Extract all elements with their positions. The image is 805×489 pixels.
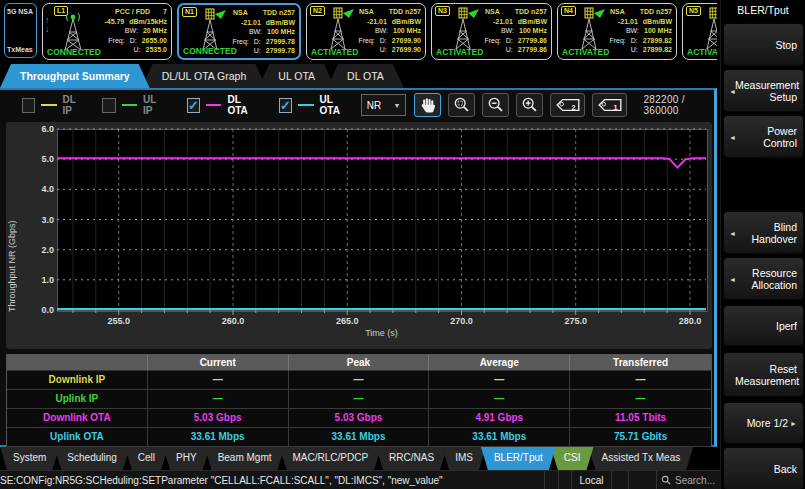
- x-tick-label: 260.0: [211, 316, 255, 326]
- ul-label: U:: [134, 45, 141, 55]
- instrument-screen: 5G NSA TxMeas L1 ↑↓ CONNECTED PCC / FDD7…: [0, 0, 805, 489]
- cell-value: 11.05 Tbits: [570, 409, 711, 428]
- back-button[interactable]: Back: [723, 447, 804, 489]
- ul-freq: 27799.86: [518, 45, 547, 55]
- marker-2-icon: 2: [555, 96, 581, 114]
- cell-bw: 20 MHz: [143, 26, 167, 36]
- local-remote-indicator[interactable]: Local: [571, 471, 611, 489]
- cell-info: NSATDD n257 -21.01dBm/BW BW:100 MHz Freq…: [232, 8, 295, 56]
- search-placeholder: Search...: [675, 475, 715, 486]
- cell-mode: NSA: [233, 8, 248, 18]
- freq-label: Freq:: [358, 36, 374, 46]
- ul-freq: 27699.90: [392, 45, 421, 55]
- cell-bw: 100 MHz: [519, 26, 547, 36]
- tab-dlul-ota-graph[interactable]: DL/UL OTA Graph: [142, 64, 267, 88]
- tab-cell[interactable]: Cell: [125, 447, 168, 470]
- cell-value: —: [429, 371, 570, 390]
- zoom-in-button[interactable]: [516, 93, 543, 117]
- tab-mac-rlc-pdcp[interactable]: MAC/RLC/PDCP: [280, 447, 382, 470]
- chart-toolbar: 2 1: [414, 93, 627, 117]
- svg-text:1: 1: [614, 103, 618, 112]
- tab-assisted-tx-meas[interactable]: Assisted Tx Meas: [589, 447, 694, 470]
- cell-value: —: [148, 390, 289, 409]
- sample-counter: 282200 / 360000: [643, 94, 714, 116]
- tx-meas-label: TxMeas: [7, 46, 34, 53]
- dl-ip-checkbox[interactable]: ✓: [22, 98, 35, 113]
- header-current: Current: [148, 355, 289, 371]
- tab-system[interactable]: System: [0, 447, 59, 470]
- marker-1-button[interactable]: 1: [592, 93, 627, 117]
- pan-hand-button[interactable]: [414, 93, 441, 117]
- power-control-button[interactable]: ◄ Power Control: [723, 115, 804, 158]
- reset-measurement-button[interactable]: Reset Measurement: [723, 352, 804, 397]
- freq-label: Freq:: [609, 36, 625, 46]
- more-pages-button[interactable]: More 1/2 ►: [723, 402, 804, 444]
- tab-rrc-nas[interactable]: RRC/NAS: [376, 447, 447, 470]
- cell-value: —: [289, 390, 430, 409]
- tab-phy[interactable]: PHY: [163, 447, 210, 470]
- tab-dl-ota[interactable]: DL OTA: [327, 64, 404, 88]
- ul-ota-line-swatch: [298, 104, 314, 106]
- cell-box-n2[interactable]: N2 ACTIVATED NSATDD n257 -21.01dBm/BW BW…: [306, 3, 426, 60]
- tab-scheduling[interactable]: Scheduling: [54, 447, 129, 470]
- chevron-down-icon: ▼: [394, 102, 401, 109]
- status-bar: SE:CONFig:NR5G:SCHeduling:SETParameter "…: [0, 470, 720, 489]
- ul-label: U:: [380, 45, 387, 55]
- system-mode-box: 5G NSA TxMeas: [4, 3, 37, 58]
- cell-band: TDD n257: [263, 8, 295, 18]
- throughput-results-table: Current Peak Average Transferred Downlin…: [6, 354, 712, 448]
- cell-status-bar: 5G NSA TxMeas L1 ↑↓ CONNECTED PCC / FDD7…: [0, 0, 717, 63]
- dl-freq: 27699.90: [392, 36, 421, 46]
- cell-status: CONNECTED: [183, 46, 237, 56]
- cell-box-n1[interactable]: N1 CONNECTED NSATDD n257 -21.01dBm/BW BW…: [177, 3, 301, 60]
- bw-label: BW:: [125, 26, 138, 36]
- hand-icon: [419, 96, 437, 114]
- zoom-out-button[interactable]: [482, 93, 509, 117]
- softkey-sidebar: BLER/Tput Stop ◄ Measurement Setup ◄ Pow…: [720, 0, 805, 489]
- uplink-downlink-arrows-icon: ↑↓: [45, 16, 50, 34]
- ul-ota-checkbox[interactable]: ✓: [279, 98, 292, 113]
- header-average: Average: [429, 355, 570, 371]
- cell-power: -21.01: [618, 17, 638, 27]
- tab-bler-tput[interactable]: BLER/Tput: [481, 447, 556, 470]
- cell-box-n5[interactable]: N5 ACTIVATED: [682, 3, 717, 60]
- marker-2-button[interactable]: 2: [550, 93, 585, 117]
- legend-toolbar-row: ✓ DL IP ✓ UL IP ✓ DL OTA ✓ UL OTA NR: [0, 90, 714, 120]
- tab-csi[interactable]: CSI: [551, 447, 594, 470]
- cell-power-unit: dBm/15kHz: [129, 17, 167, 27]
- tab-ul-ota[interactable]: UL OTA: [258, 64, 335, 88]
- cell-band: TDD n257: [389, 7, 421, 17]
- svg-text:2: 2: [572, 103, 576, 112]
- iperf-button[interactable]: Iperf: [723, 305, 804, 346]
- cell-value: —: [148, 371, 289, 390]
- throughput-chart[interactable]: Throughput NR (Gbps) 0.01.02.03.04.05.06…: [6, 122, 712, 349]
- tab-throughput-summary[interactable]: Throughput Summary: [0, 64, 150, 88]
- cell-info: NSATDD n257 -21.01dBm/BW BW:100 MHz Freq…: [484, 7, 547, 55]
- tab-beam-mgmt[interactable]: Beam Mgmt: [205, 447, 285, 470]
- cell-box-n4[interactable]: N4 ACTIVATED NSATDD n257 -21.01dBm/BW BW…: [557, 3, 677, 60]
- search-box[interactable]: Search...: [656, 471, 720, 489]
- ul-ip-checkbox[interactable]: ✓: [102, 98, 115, 113]
- rat-select-value: NR: [367, 100, 381, 111]
- dl-ip-label: DL IP: [63, 94, 85, 116]
- rat-select-dropdown[interactable]: NR ▼: [361, 94, 407, 116]
- antenna-tower-icon: [448, 7, 482, 51]
- cell-box-l1[interactable]: L1 ↑↓ CONNECTED PCC / FDD7 -45.79dBm/15k…: [42, 3, 172, 60]
- dl-ip-line-swatch: [41, 104, 56, 106]
- measurement-setup-button[interactable]: ◄ Measurement Setup: [723, 69, 804, 112]
- zoom-window-button[interactable]: [448, 93, 475, 117]
- blind-handover-button[interactable]: ◄ Blind Handover: [723, 211, 804, 254]
- ul-freq: 27999.78: [266, 46, 295, 56]
- ul-label: U:: [506, 45, 513, 55]
- cell-box-n3[interactable]: N3 ACTIVATED NSATDD n257 -21.01dBm/BW BW…: [431, 3, 552, 60]
- throughput-summary-panel: ✓ DL IP ✓ UL IP ✓ DL OTA ✓ UL OTA NR: [0, 88, 717, 447]
- chart-plot-svg: [57, 129, 706, 317]
- ul-ip-line-swatch: [122, 104, 137, 106]
- resource-allocation-button[interactable]: ◄ Resource Allocation: [723, 257, 804, 300]
- submenu-left-arrow-icon: ◄: [729, 229, 736, 236]
- stop-button[interactable]: Stop: [723, 23, 804, 66]
- dl-ota-checkbox[interactable]: ✓: [187, 98, 200, 113]
- table-row: Downlink IP — — — —: [7, 371, 711, 390]
- tab-ims[interactable]: IMS: [442, 447, 486, 470]
- status-cell: [628, 471, 656, 489]
